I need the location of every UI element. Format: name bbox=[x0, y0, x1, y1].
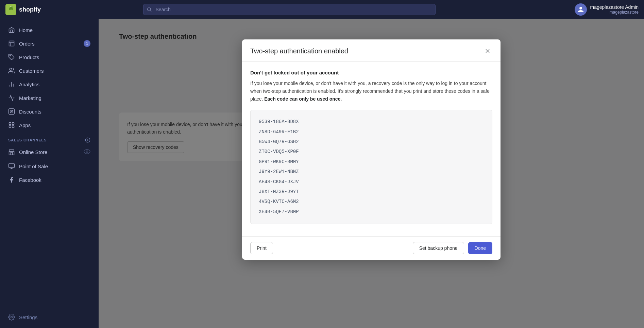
apps-icon bbox=[8, 122, 15, 128]
sales-channels-section: SALES CHANNELS bbox=[0, 132, 99, 145]
sidebar-item-apps[interactable]: Apps bbox=[3, 118, 96, 132]
sidebar-label-settings: Settings bbox=[19, 314, 37, 320]
sidebar-label-products: Products bbox=[19, 54, 39, 60]
search-bar[interactable] bbox=[143, 4, 436, 15]
close-icon bbox=[484, 48, 491, 54]
two-step-auth-modal: Two-step authentication enabled Don't ge… bbox=[242, 39, 501, 260]
svg-point-1 bbox=[147, 8, 150, 11]
facebook-icon bbox=[8, 176, 15, 183]
svg-rect-13 bbox=[12, 123, 14, 125]
store-icon bbox=[8, 149, 15, 156]
orders-icon bbox=[8, 40, 15, 47]
modal-close-button[interactable] bbox=[483, 46, 492, 56]
sidebar-item-facebook[interactable]: Facebook bbox=[3, 173, 96, 187]
svg-point-9 bbox=[12, 112, 13, 113]
svg-point-8 bbox=[10, 110, 11, 111]
sidebar-label-online-store: Online Store bbox=[19, 149, 47, 155]
sidebar-label-marketing: Marketing bbox=[19, 95, 41, 101]
sidebar-item-orders[interactable]: Orders 1 bbox=[3, 37, 96, 50]
modal-overlay: Two-step authentication enabled Don't ge… bbox=[99, 19, 644, 328]
customers-icon bbox=[8, 67, 15, 74]
svg-rect-20 bbox=[9, 164, 15, 168]
sidebar-item-home[interactable]: Home bbox=[3, 23, 96, 37]
sidebar-item-online-store[interactable]: Online Store bbox=[3, 145, 96, 159]
orders-badge: 1 bbox=[84, 40, 90, 47]
modal-description: If you lose your mobile device, or don't… bbox=[250, 80, 492, 103]
svg-point-21 bbox=[11, 316, 13, 318]
svg-rect-15 bbox=[12, 126, 14, 128]
sidebar-item-settings[interactable]: Settings bbox=[3, 310, 96, 324]
settings-icon bbox=[8, 314, 15, 321]
code-4: ZT0C-VDQ5-XP0F bbox=[259, 147, 484, 157]
sidebar-item-marketing[interactable]: Marketing bbox=[3, 91, 96, 105]
avatar bbox=[575, 3, 587, 16]
main-content: Two-step authentication If you lose your… bbox=[99, 19, 644, 328]
svg-line-10 bbox=[10, 110, 13, 113]
code-7: AE4S-CKG4-JXJV bbox=[259, 177, 484, 187]
modal-section-title: Don't get locked out of your account bbox=[250, 70, 492, 75]
modal-body: Don't get locked out of your account If … bbox=[242, 62, 501, 236]
sidebar-label-orders: Orders bbox=[19, 41, 35, 47]
modal-header: Two-step authentication enabled bbox=[242, 39, 501, 62]
sidebar-item-point-of-sale[interactable]: Point of Sale bbox=[3, 159, 96, 173]
modal-footer: Print Set backup phone Done bbox=[242, 236, 501, 260]
search-icon bbox=[147, 7, 152, 12]
code-1: 9539-186A-BD8X bbox=[259, 117, 484, 127]
svg-rect-2 bbox=[9, 41, 14, 46]
footer-right-buttons: Set backup phone Done bbox=[413, 242, 492, 254]
sidebar-item-analytics[interactable]: Analytics bbox=[3, 77, 96, 91]
analytics-icon bbox=[8, 81, 15, 88]
sidebar-label-analytics: Analytics bbox=[19, 82, 39, 87]
top-navigation: shopify mageplazastore Admin mageplazast… bbox=[0, 0, 644, 19]
svg-rect-14 bbox=[9, 126, 11, 128]
sidebar-item-discounts[interactable]: Discounts bbox=[3, 105, 96, 118]
shopify-logo[interactable]: shopify bbox=[5, 4, 73, 15]
code-6: J9Y9-2EW1-NBNZ bbox=[259, 167, 484, 177]
sidebar-label-home: Home bbox=[19, 27, 33, 33]
products-icon bbox=[8, 54, 15, 61]
user-store: mageplazastore bbox=[590, 10, 639, 15]
eye-icon[interactable] bbox=[84, 148, 90, 156]
sidebar-label-apps: Apps bbox=[19, 122, 31, 128]
code-5: GP91-WK9C-BMMY bbox=[259, 157, 484, 167]
sidebar-item-customers[interactable]: Customers bbox=[3, 64, 96, 77]
search-input[interactable] bbox=[143, 4, 436, 15]
home-icon bbox=[8, 27, 15, 33]
sidebar-label-discounts: Discounts bbox=[19, 109, 41, 115]
sidebar: Home Orders 1 Products Customers Analyti… bbox=[0, 19, 99, 328]
svg-point-4 bbox=[10, 68, 12, 71]
discounts-icon bbox=[8, 108, 15, 115]
marketing-icon bbox=[8, 94, 15, 101]
svg-rect-12 bbox=[9, 123, 11, 125]
user-info: mageplazastore Admin mageplazastore bbox=[590, 4, 639, 15]
svg-point-19 bbox=[86, 151, 88, 153]
sidebar-label-customers: Customers bbox=[19, 68, 44, 74]
user-menu[interactable]: mageplazastore Admin mageplazastore bbox=[575, 3, 639, 16]
set-backup-phone-button[interactable]: Set backup phone bbox=[413, 242, 464, 254]
code-8: J8XT-MZ3R-J9YT bbox=[259, 187, 484, 197]
pos-icon bbox=[8, 163, 15, 170]
recovery-codes-box: 9539-186A-BD8X ZN8D-649R-E1B2 B5W4-GQ7R-… bbox=[250, 110, 492, 224]
done-button[interactable]: Done bbox=[468, 242, 492, 254]
user-name: mageplazastore Admin bbox=[590, 4, 639, 10]
code-9: 4VSQ-KVTC-A6M2 bbox=[259, 197, 484, 207]
code-10: XE4B-5QF7-VBMP bbox=[259, 207, 484, 217]
add-channel-icon[interactable] bbox=[85, 137, 90, 143]
svg-point-3 bbox=[10, 55, 11, 56]
sidebar-label-facebook: Facebook bbox=[19, 177, 41, 183]
code-2: ZN8D-649R-E1B2 bbox=[259, 127, 484, 137]
sidebar-item-products[interactable]: Products bbox=[3, 50, 96, 64]
modal-desc-bold: Each code can only be used once. bbox=[264, 96, 342, 102]
print-button[interactable]: Print bbox=[250, 242, 273, 254]
shopify-logo-icon bbox=[5, 4, 16, 15]
logo-text: shopify bbox=[19, 6, 41, 13]
sales-channels-label: SALES CHANNELS bbox=[8, 138, 47, 142]
sidebar-label-pos: Point of Sale bbox=[19, 163, 48, 169]
code-3: B5W4-GQ7R-GSH2 bbox=[259, 137, 484, 147]
modal-title: Two-step authentication enabled bbox=[250, 47, 348, 55]
